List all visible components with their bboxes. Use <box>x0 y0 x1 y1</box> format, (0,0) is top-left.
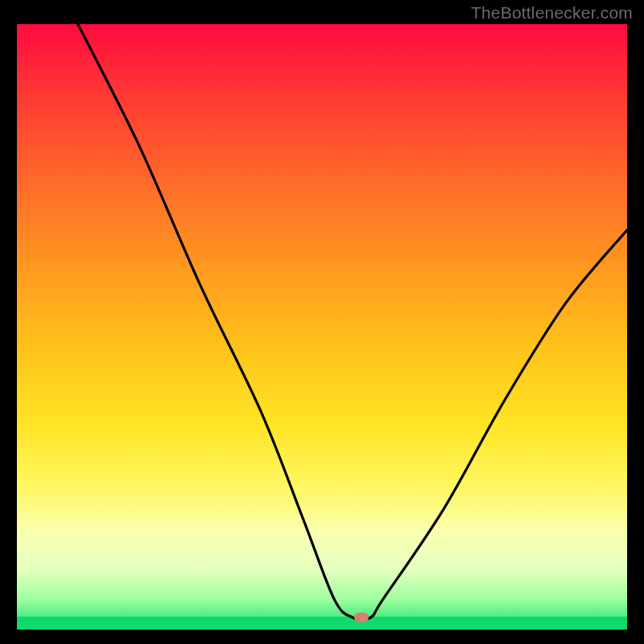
chart-container: TheBottlenecker.com <box>0 0 644 644</box>
optimal-point-marker <box>354 613 369 622</box>
bottleneck-curve <box>17 24 627 630</box>
gradient-plot-area <box>17 24 627 630</box>
attribution-link[interactable]: TheBottlenecker.com <box>471 3 633 23</box>
